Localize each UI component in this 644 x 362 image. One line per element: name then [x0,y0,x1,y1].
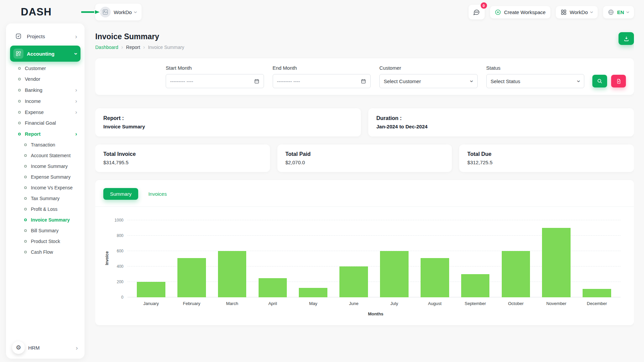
sidebar-item-customer[interactable]: Customer [10,63,80,74]
sidebar-item-label: Invoice Summary [31,217,70,223]
sidebar-item-label: Report [25,131,41,137]
app-switcher-button[interactable]: WorkDo › [556,6,598,18]
y-axis-tick: 1000 [114,218,123,223]
x-axis-label: February [171,301,212,306]
report-info-value: Invoice Summary [103,124,353,129]
app: DASH WorkDo › 0 [0,0,644,362]
bar-december[interactable] [583,289,611,297]
bar-slot-september [455,220,496,297]
start-month-input[interactable]: --------- ---- [166,74,264,88]
end-month-input[interactable]: --------- ---- [273,74,371,88]
chevron-right-icon: › [75,33,77,40]
sidebar-item-bill-summary[interactable]: Bill Summary [10,225,80,236]
bar-july[interactable] [380,251,409,297]
sidebar-item-tax-summary[interactable]: Tax Summary [10,193,80,204]
bar-march[interactable] [218,251,247,297]
stat-label: Total Due [467,151,626,157]
sidebar-item-label: HRM [28,345,40,351]
sidebar-item-label: Income [25,99,41,104]
tab-summary[interactable]: Summary [103,188,138,200]
sidebar-item-projects[interactable]: Projects › [10,28,80,44]
bar-october[interactable] [502,251,530,297]
bar-slot-october [495,220,536,297]
download-button[interactable] [619,32,634,45]
settings-button[interactable]: ⚙ [12,341,25,354]
sidebar-item-profit-loss[interactable]: Profit & Loss [10,204,80,215]
x-axis-label: August [415,301,455,306]
chat-button[interactable]: 0 [469,5,485,19]
sidebar-item-income-vs-expense[interactable]: Income Vs Expense [10,182,80,193]
bar-june[interactable] [339,266,368,297]
sidebar-item-transaction[interactable]: Transaction [10,139,80,150]
breadcrumb-report[interactable]: Report [126,45,140,50]
bar-september[interactable] [461,274,490,297]
breadcrumb-dashboard[interactable]: Dashboard [95,45,118,50]
sidebar-item-cash-flow[interactable]: Cash Flow [10,247,80,257]
bullet-icon [18,122,21,124]
sidebar-item-label: Profit & Loss [31,206,57,212]
sidebar-item-label: Financial Goal [25,120,56,126]
bullet-icon [24,165,27,168]
bar-february[interactable] [177,258,206,297]
tab-invoices[interactable]: Invoices [142,188,173,200]
bar-november[interactable] [542,228,571,297]
chart-bars [127,220,621,297]
bullet-icon [18,67,21,70]
sidebar-item-label: Projects [27,34,45,39]
sidebar-item-income-summary[interactable]: Income Summary [10,161,80,172]
bar-august[interactable] [421,258,449,297]
brand-logo[interactable]: DASH [0,6,95,18]
calendar-icon [361,78,366,84]
chevron-right-icon: › [75,98,77,104]
sidebar-item-product-stock[interactable]: Product Stock [10,236,80,247]
x-axis-label: November [536,301,577,306]
chart-xlabels: JanuaryFebruaryMarchAprilMayJuneJulyAugu… [127,301,621,306]
projects-icon [13,31,23,41]
create-workspace-button[interactable]: Create Workspace [490,6,550,18]
search-button[interactable] [592,75,607,87]
chevron-down-icon: › [469,80,475,82]
bar-slot-november [536,220,577,297]
bar-may[interactable] [299,288,327,297]
plus-circle-icon [495,9,501,15]
status-select[interactable]: Select Status › [486,74,585,88]
sidebar-item-expense-summary[interactable]: Expense Summary [10,172,80,182]
logo-arrow-icon [81,9,102,15]
info-row: Report : Invoice Summary Duration : Jan-… [95,108,634,136]
duration-info-value: Jan-2024 to Dec-2024 [376,124,626,129]
sidebar-item-income[interactable]: Income› [10,96,80,107]
breadcrumb-current: Invoice Summary [148,45,184,50]
sidebar-item-report[interactable]: Report› [10,128,80,139]
gear-icon: ⚙ [16,344,21,351]
bullet-icon [18,89,21,92]
sidebar-item-vendor[interactable]: Vendor [10,74,80,84]
app-switcher-label: WorkDo [570,9,588,15]
stat-value: $314,795.5 [103,160,262,165]
x-axis-label: December [577,301,617,306]
divider [95,206,634,207]
bar-slot-august [415,220,455,297]
x-axis-label: July [374,301,415,306]
stat-value: $312,725.5 [467,160,626,165]
sidebar-item-banking[interactable]: Banking› [10,84,80,96]
language-selector[interactable]: EN › [603,6,634,18]
bar-april[interactable] [259,278,287,298]
workspace-switcher[interactable]: WorkDo › [95,4,142,20]
bar-january[interactable] [137,282,165,297]
bar-slot-march [212,220,253,297]
sidebar-item-hrm[interactable]: HRM › [28,345,78,351]
reset-button[interactable] [611,75,626,87]
y-axis-tick: 800 [117,233,123,238]
status-field: Status Select Status › [486,65,585,88]
customer-select[interactable]: Select Customer › [379,74,478,88]
sidebar-item-account-statement[interactable]: Account Statement [10,150,80,161]
total-due-card: Total Due $312,725.5 [459,144,634,172]
bar-slot-may [293,220,333,297]
sidebar-item-invoice-summary[interactable]: Invoice Summary [10,215,80,225]
sidebar-item-accounting[interactable]: Accounting › [10,46,80,62]
sidebar-item-financial-goal[interactable]: Financial Goal [10,118,80,128]
sidebar-item-expense[interactable]: Expense› [10,107,80,118]
bar-slot-february [171,220,212,297]
chevron-down-icon: › [73,53,79,55]
reset-icon [616,78,622,84]
